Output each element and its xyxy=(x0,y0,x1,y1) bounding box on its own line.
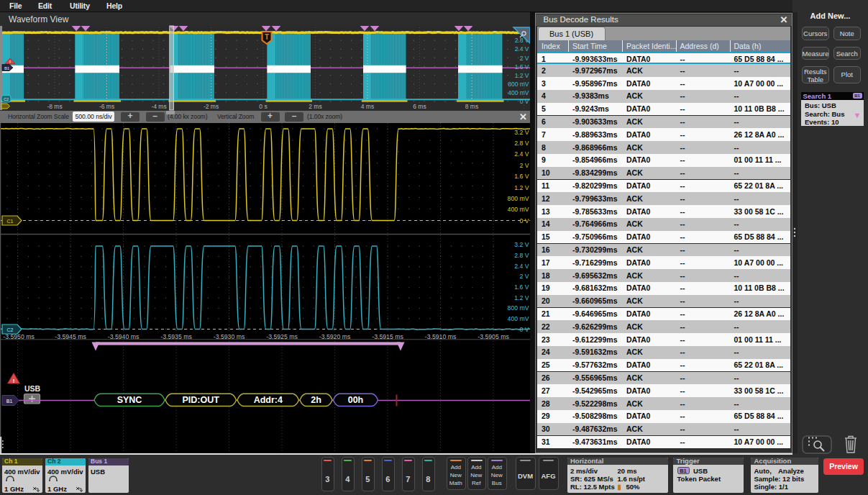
svg-text:2 V: 2 V xyxy=(519,162,529,169)
svg-text:-3.5925 ms: -3.5925 ms xyxy=(266,333,298,340)
svg-text:2.8 V: 2.8 V xyxy=(514,252,529,259)
svg-text:800 mV: 800 mV xyxy=(508,304,529,312)
svg-text:0 V: 0 V xyxy=(519,326,529,333)
svg-text:3.2 V: 3.2 V xyxy=(514,129,529,136)
svg-text:400 mV: 400 mV xyxy=(508,315,529,322)
svg-text:!: ! xyxy=(13,378,15,384)
svg-text:-3.5930 ms: -3.5930 ms xyxy=(214,333,245,340)
svg-text:-3.5920 ms: -3.5920 ms xyxy=(319,333,351,340)
svg-text:1.2 V: 1.2 V xyxy=(514,184,529,191)
svg-text:0 V: 0 V xyxy=(519,217,529,224)
svg-text:USB: USB xyxy=(24,384,41,393)
svg-text:-3.5940 ms: -3.5940 ms xyxy=(108,333,140,340)
svg-text:PID:OUT: PID:OUT xyxy=(183,395,220,405)
svg-text:1.6 V: 1.6 V xyxy=(514,173,529,180)
svg-text:2.4 V: 2.4 V xyxy=(514,263,529,270)
svg-text:1.6 V: 1.6 V xyxy=(514,283,529,291)
svg-text:400 mV: 400 mV xyxy=(508,206,529,213)
svg-text:2.4 V: 2.4 V xyxy=(514,150,529,158)
svg-text:2.8 V: 2.8 V xyxy=(514,140,529,147)
svg-text:-3.5945 ms: -3.5945 ms xyxy=(55,333,86,340)
svg-text:B1: B1 xyxy=(6,399,13,404)
svg-text:-3.5905 ms: -3.5905 ms xyxy=(478,333,509,340)
svg-text:Addr:4: Addr:4 xyxy=(254,395,283,405)
svg-text:2 V: 2 V xyxy=(519,273,529,280)
svg-text:-3.5915 ms: -3.5915 ms xyxy=(372,333,403,340)
svg-text:800 mV: 800 mV xyxy=(508,195,529,202)
svg-text:C2: C2 xyxy=(7,327,14,332)
svg-text:00h: 00h xyxy=(348,395,364,405)
svg-text:3.2 V: 3.2 V xyxy=(514,241,529,248)
svg-text:1.2 V: 1.2 V xyxy=(514,294,529,301)
svg-text:2h: 2h xyxy=(311,395,321,405)
svg-text:SYNC: SYNC xyxy=(117,395,142,405)
svg-text:-3.5935 ms: -3.5935 ms xyxy=(160,333,192,340)
svg-text:-3.5910 ms: -3.5910 ms xyxy=(425,333,457,340)
svg-text:C1: C1 xyxy=(7,219,14,224)
